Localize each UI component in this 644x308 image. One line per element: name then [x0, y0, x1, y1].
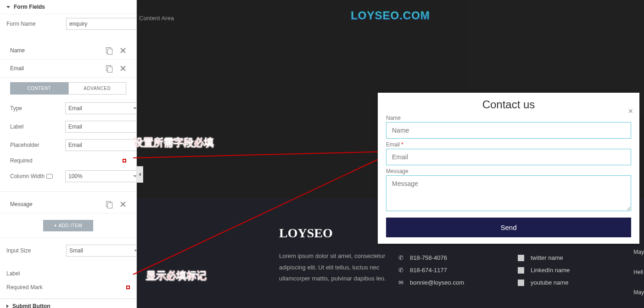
required-mark-highlight: SHOW [126, 286, 130, 289]
popup-name-label: Name [386, 115, 631, 121]
popup-send-button[interactable]: Send [386, 218, 631, 237]
label-label: Label [10, 123, 65, 130]
type-select[interactable] [65, 102, 137, 114]
placeholder-input[interactable] [65, 139, 137, 151]
label-row: Label [0, 118, 136, 136]
required-mark-row: Required Mark SHOW [0, 280, 136, 294]
form-name-input[interactable] [66, 18, 137, 30]
social-column: twitter name LinkedIn name youtube name [518, 254, 570, 291]
edge-text: May [633, 289, 644, 296]
field-item-email[interactable]: Email [0, 60, 136, 78]
form-name-label: Form Name [6, 21, 66, 27]
section-title: Submit Button [12, 303, 50, 308]
settings-panel: Form Fields Form Name Name Email CONTENT… [0, 0, 137, 308]
copy-icon[interactable] [106, 47, 112, 54]
contact-item: ✆818-758-4076 [398, 254, 464, 261]
popup-name-input[interactable] [386, 122, 631, 139]
field-tabs: CONTENT ADVANCED [10, 82, 126, 95]
placeholder-label: Placeholder [10, 142, 65, 148]
contact-column: ✆818-758-4076 ✆818-674-1177 ✉bonnie@loys… [398, 254, 464, 291]
tab-advanced[interactable]: ADVANCED [68, 82, 127, 95]
social-item: twitter name [518, 254, 570, 261]
label-input[interactable] [65, 121, 137, 133]
caret-down-icon [6, 6, 10, 8]
edge-text: Hell [633, 269, 644, 275]
edge-column: May Hell May Hell [633, 249, 644, 308]
panel-collapse-handle[interactable] [137, 166, 143, 183]
close-icon[interactable] [120, 201, 126, 207]
footer-text: Lorem ipsum dolor sit amet, consectetur … [279, 251, 389, 285]
watermark: LOYSEO.COM [351, 9, 430, 22]
label-show-row: Label SHOW [0, 267, 136, 280]
popup-message-label: Message [386, 168, 631, 174]
column-width-select[interactable] [65, 170, 137, 182]
twitter-icon [518, 255, 524, 261]
social-item: youtube name [518, 279, 570, 286]
required-label: Required [10, 157, 65, 164]
popup-email-input[interactable] [386, 149, 631, 165]
input-size-label: Input Size [6, 247, 66, 254]
required-row: Required YES [0, 154, 136, 167]
close-icon[interactable] [120, 65, 126, 72]
section-form-fields[interactable]: Form Fields [0, 0, 136, 14]
contact-item: ✉bonnie@loyseo.com [398, 279, 464, 286]
mail-icon: ✉ [398, 279, 403, 286]
field-label: Message [10, 201, 33, 207]
column-width-row: Column Width [0, 167, 136, 185]
placeholder-row: Placeholder [0, 136, 136, 154]
content-area-label: Content Area [139, 15, 174, 22]
social-item: LinkedIn name [518, 267, 570, 274]
input-size-row: Input Size [0, 238, 136, 260]
field-label: Email [10, 65, 24, 72]
form-name-row: Form Name [0, 14, 136, 34]
popup-title: Contact us [386, 98, 631, 111]
popup-close-icon[interactable]: × [628, 106, 633, 116]
popup-message-input[interactable] [386, 175, 631, 211]
label-show-label: Label [6, 270, 66, 277]
annotation-2: 显示必填标记 [146, 269, 207, 283]
required-mark-label: Required Mark [6, 284, 66, 291]
copy-icon[interactable] [106, 201, 112, 207]
responsive-icon[interactable] [46, 174, 53, 179]
caret-right-icon [6, 304, 9, 308]
youtube-icon [518, 280, 524, 286]
section-title: Form Fields [14, 4, 45, 10]
input-size-select[interactable] [66, 245, 137, 257]
phone-icon: ✆ [398, 254, 403, 261]
field-item-message[interactable]: Message [0, 196, 136, 213]
linkedin-icon [518, 267, 524, 274]
edge-text: May [633, 249, 644, 255]
close-icon[interactable] [120, 47, 126, 54]
annotation-1: 设置所需字段必填 [133, 136, 214, 150]
popup-email-label: Email* [386, 141, 631, 148]
whatsapp-icon: ✆ [398, 267, 403, 274]
contact-popup: Contact us × Name Email* Message Send [378, 93, 639, 244]
required-highlight: YES [123, 159, 126, 162]
tab-content[interactable]: CONTENT [10, 82, 68, 95]
required-asterisk: * [401, 141, 403, 148]
type-row: Type [0, 99, 136, 118]
section-submit-button[interactable]: Submit Button [0, 299, 136, 308]
add-item-button[interactable]: ADD ITEM [43, 220, 93, 231]
contact-item: ✆818-674-1177 [398, 267, 464, 274]
copy-icon[interactable] [106, 65, 112, 72]
field-label: Name [10, 47, 25, 54]
column-width-label: Column Width [10, 173, 65, 179]
field-item-name[interactable]: Name [0, 42, 136, 60]
type-label: Type [10, 105, 65, 112]
